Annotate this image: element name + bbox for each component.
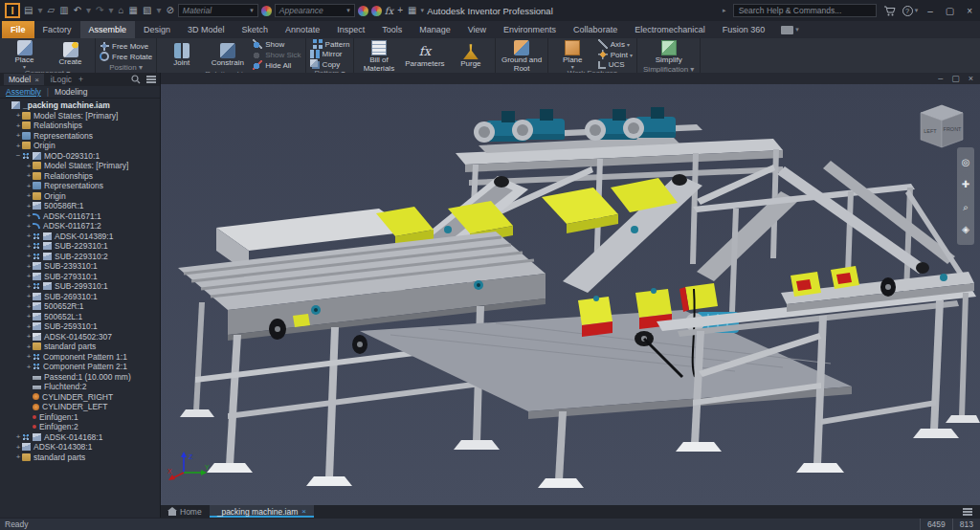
- 3d-viewport[interactable]: LEFT FRONT ◎ ✚ ⌕ ◈: [161, 84, 980, 505]
- tree-item-adsk-014308-1[interactable]: +ADSK-014308:1: [0, 442, 160, 453]
- tree-item-relationships[interactable]: +Relationships: [0, 171, 160, 182]
- caret-icon[interactable]: ▾: [36, 3, 43, 18]
- search-arrow-icon[interactable]: ▸: [723, 7, 726, 14]
- add-icon[interactable]: +: [396, 3, 404, 18]
- ribbon-button-hide-all[interactable]: Hide All: [251, 60, 302, 70]
- restore-button[interactable]: ▢: [943, 6, 957, 16]
- ribbon-tab-sketch[interactable]: Sketch: [234, 21, 278, 38]
- ribbon-button-free-move[interactable]: Free Move: [98, 41, 154, 51]
- tree-item-adsk-011671-1[interactable]: +ADSK-011671:1: [0, 211, 160, 222]
- appearance-wheel-icon[interactable]: [371, 6, 382, 16]
- subtab-modeling[interactable]: Modeling: [55, 87, 88, 97]
- ribbon-button-constrain[interactable]: Constrain: [205, 42, 250, 68]
- ribbon-button-plane[interactable]: Plane▾: [550, 39, 595, 69]
- tab-model[interactable]: Model×: [4, 74, 44, 85]
- tree-item-sub-229310-1[interactable]: +SUB-229310:1: [0, 241, 160, 252]
- expand-icon[interactable]: +: [25, 211, 33, 220]
- chevron-down-icon[interactable]: ▾: [915, 7, 919, 14]
- ribbon-tab-3d-model[interactable]: 3D Model: [179, 21, 234, 38]
- ribbon-button-show[interactable]: Show: [251, 39, 302, 49]
- expand-icon[interactable]: +: [25, 232, 33, 240]
- expand-icon[interactable]: +: [25, 182, 33, 190]
- material-dropdown[interactable]: Material▾: [178, 4, 258, 17]
- no-render-icon[interactable]: ⊘: [165, 3, 174, 18]
- inventor-logo-icon[interactable]: I: [5, 3, 20, 18]
- tree-item-representations[interactable]: +Representations: [0, 131, 160, 142]
- tree-item-relationships[interactable]: +Relationships: [0, 121, 160, 131]
- tab-ilogic[interactable]: iLogic: [51, 75, 72, 84]
- ribbon-button-axis[interactable]: Axis▾: [596, 39, 635, 49]
- chevron-down-icon[interactable]: ▾: [421, 7, 425, 14]
- ribbon-tab-factory[interactable]: Factory: [34, 21, 80, 38]
- ribbon-tab-annotate[interactable]: Annotate: [277, 21, 328, 38]
- ribbon-tab-environments[interactable]: Environments: [495, 21, 565, 38]
- expand-icon[interactable]: +: [25, 282, 33, 291]
- color-wheel-icon[interactable]: [261, 6, 272, 16]
- close-button[interactable]: ×: [964, 6, 975, 16]
- tree-item-einf-gen-2[interactable]: Einfügen:2: [0, 422, 160, 432]
- ribbon-button-simplify[interactable]: Simplify: [646, 39, 691, 65]
- tree-item-500652r-1[interactable]: +500652R:1: [0, 301, 160, 312]
- expand-icon[interactable]: +: [25, 322, 33, 331]
- tree-item-sub-229310-2[interactable]: +SUB-229310:2: [0, 252, 160, 262]
- expand-icon[interactable]: +: [25, 352, 33, 361]
- expand-icon[interactable]: +: [25, 363, 33, 371]
- tree-item-adsk-011671-2[interactable]: +ADSK-011671:2: [0, 221, 160, 232]
- expand-icon[interactable]: +: [25, 272, 33, 280]
- tree-item-packing-machine-iam[interactable]: _packing machine.iam: [0, 100, 160, 111]
- tree-item-component-pattern-1-1[interactable]: +Component Pattern 1:1: [0, 352, 160, 363]
- close-icon[interactable]: ×: [34, 76, 39, 84]
- redo-icon[interactable]: ↷: [95, 3, 104, 18]
- appearance-dropdown[interactable]: Appearance▾: [275, 4, 355, 17]
- search-input[interactable]: Search Help & Commands...: [733, 4, 877, 17]
- expand-icon[interactable]: +: [25, 342, 33, 351]
- tree-item-fluchtend-2[interactable]: Fluchtend:2: [0, 382, 160, 392]
- expand-icon[interactable]: +: [14, 453, 22, 461]
- expand-icon[interactable]: +: [25, 202, 33, 210]
- tree-item-sub-299310-1[interactable]: +SUB-299310:1: [0, 281, 160, 292]
- tree-item-500652l-1[interactable]: +500652L:1: [0, 312, 160, 322]
- tree-item-sub-279310-1[interactable]: +SUB-279310:1: [0, 272, 160, 282]
- expand-icon[interactable]: +: [25, 242, 33, 251]
- ribbon-tab-file[interactable]: File: [2, 21, 34, 38]
- expand-icon[interactable]: +: [14, 432, 22, 441]
- tree-item-einf-gen-1[interactable]: Einfügen:1: [0, 412, 160, 423]
- tree-item-model-states-primary[interactable]: +Model States: [Primary]: [0, 161, 160, 171]
- tree-item-adsk-014389-1[interactable]: +ADSK-014389:1: [0, 232, 160, 242]
- expand-icon[interactable]: +: [25, 332, 33, 341]
- tree-item-mod-029310-1[interactable]: −MOD-029310:1: [0, 151, 160, 162]
- orbit-icon[interactable]: ◎: [962, 158, 970, 167]
- new-file-icon[interactable]: ▤: [23, 3, 33, 18]
- appearance-wheel-icon[interactable]: [358, 6, 368, 16]
- grid-icon[interactable]: ▦: [407, 3, 417, 18]
- copy-sheet-icon[interactable]: ▦: [128, 3, 139, 18]
- expand-icon[interactable]: −: [14, 151, 22, 160]
- document-tab-packing-machine-iam[interactable]: _packing machine.iam×: [210, 505, 314, 518]
- undo-icon[interactable]: ↶: [73, 3, 82, 18]
- ribbon-tab-view[interactable]: View: [459, 21, 495, 38]
- help-icon[interactable]: ?: [902, 6, 913, 16]
- fusion-extra-icon[interactable]: ▾: [773, 21, 807, 38]
- expand-icon[interactable]: +: [25, 162, 33, 170]
- ribbon-button-parameters[interactable]: fxParameters: [402, 43, 447, 69]
- subtab-assembly[interactable]: Assembly: [6, 87, 41, 97]
- fx-icon[interactable]: fx: [385, 6, 393, 16]
- document-tab-home[interactable]: Home: [161, 505, 210, 518]
- ribbon-button-copy[interactable]: Copy: [308, 59, 352, 69]
- viewcube-front-face[interactable]: FRONT: [944, 126, 963, 132]
- expand-icon[interactable]: +: [25, 292, 33, 300]
- group-label[interactable]: Position ▾: [98, 63, 154, 73]
- doc-restore-button[interactable]: ▢: [951, 74, 960, 83]
- doc-close-button[interactable]: ×: [969, 74, 973, 83]
- save-icon[interactable]: ▥: [58, 3, 69, 18]
- tree-item-sub-239310-1[interactable]: +SUB-239310:1: [0, 261, 160, 272]
- pan-icon[interactable]: ✚: [962, 180, 969, 189]
- open-folder-icon[interactable]: ▱: [46, 3, 56, 18]
- viewcube-left-face[interactable]: LEFT: [924, 128, 937, 134]
- ribbon-button-create[interactable]: Create: [48, 41, 93, 67]
- expand-icon[interactable]: +: [14, 111, 22, 120]
- tree-item-sub-269310-1[interactable]: +SUB-269310:1: [0, 292, 160, 302]
- caret-icon[interactable]: ▾: [85, 3, 92, 18]
- ribbon-tab-tools[interactable]: Tools: [373, 21, 411, 38]
- expand-icon[interactable]: +: [25, 252, 33, 260]
